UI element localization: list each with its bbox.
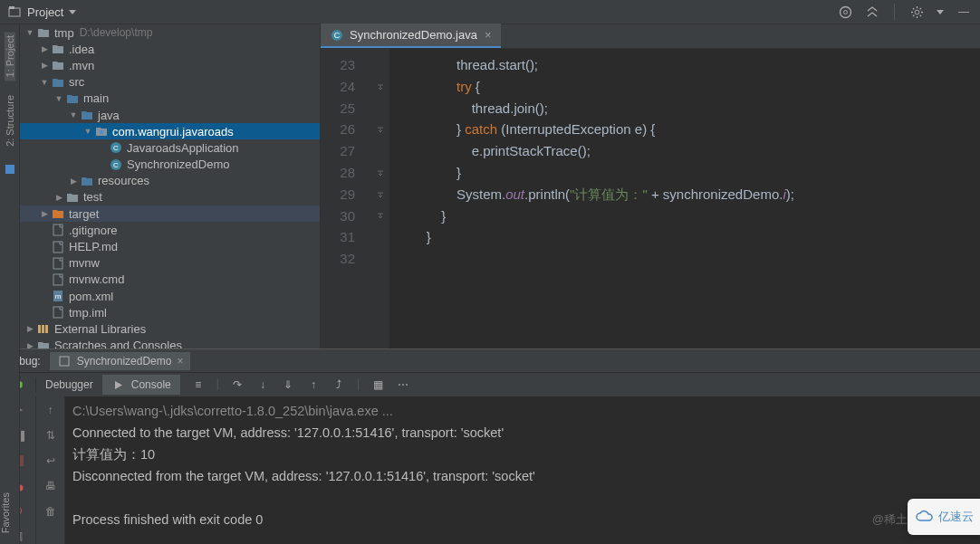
tree-item[interactable]: ▶ .mvn xyxy=(20,57,320,73)
evaluate-icon[interactable]: ▦ xyxy=(370,377,385,392)
threads-icon[interactable]: ≡ xyxy=(191,377,206,392)
tree-item[interactable]: ▼ main xyxy=(20,91,320,107)
up-icon[interactable]: ↑ xyxy=(43,402,59,418)
svg-rect-13 xyxy=(53,274,62,285)
tab-label: SynchronizedDemo.java xyxy=(350,28,477,42)
cloud-icon xyxy=(915,509,935,525)
svg-rect-1 xyxy=(9,6,14,9)
watermark: @稀土 xyxy=(872,511,908,528)
tree-item[interactable]: C JavaroadsApplication xyxy=(20,139,320,156)
svg-point-5 xyxy=(100,130,104,135)
project-toolbar: Project — xyxy=(0,0,980,24)
target-icon[interactable] xyxy=(838,5,852,19)
console-play-icon xyxy=(111,377,126,392)
tree-item[interactable]: ▶ External Libraries xyxy=(20,320,320,337)
divider xyxy=(894,4,895,20)
gutter-icons xyxy=(371,49,389,348)
svg-text:C: C xyxy=(113,144,119,152)
run-config-label: SynchronizedDemo xyxy=(77,355,172,367)
svg-rect-16 xyxy=(53,307,62,318)
collapse-icon[interactable] xyxy=(865,5,879,19)
debug-step-icons: ≡ | ↷ ↓ ⇓ ↑ ⤴ | ▦ ⋯ xyxy=(191,377,410,392)
step-into-icon[interactable]: ↓ xyxy=(255,377,270,392)
svg-text:C: C xyxy=(113,161,119,169)
svg-rect-10 xyxy=(53,224,62,235)
console-tab[interactable]: Console xyxy=(102,375,180,395)
console-output[interactable]: C:\Users\wang-\.jdks\corretto-1.8.0_252\… xyxy=(65,396,980,544)
tree-item[interactable]: .gitignore xyxy=(20,222,320,238)
svg-rect-22 xyxy=(60,357,69,366)
svg-rect-17 xyxy=(38,325,41,333)
trace-icon[interactable]: ⋯ xyxy=(396,377,410,392)
svg-rect-12 xyxy=(53,258,62,269)
tool-tab-project[interactable]: 1: Project xyxy=(5,32,15,81)
editor-tabs: C SynchronizedDemo.java × xyxy=(321,24,980,49)
project-view-dropdown[interactable]: Project xyxy=(0,0,83,24)
tree-item[interactable]: ▼ com.wangrui.javaroads xyxy=(20,123,320,139)
tree-item[interactable]: ▼ src xyxy=(20,74,320,91)
line-gutter: 23242526272829303132 xyxy=(321,49,371,348)
console-side-rail: ↑ ⇅ ↩ 🖶 🗑 xyxy=(36,396,65,544)
tree-item[interactable]: HELP.md xyxy=(20,238,320,254)
svg-rect-18 xyxy=(42,325,44,333)
svg-point-3 xyxy=(843,10,847,14)
trash-icon[interactable]: 🗑 xyxy=(43,503,59,520)
debug-run-config[interactable]: SynchronizedDemo × xyxy=(50,352,191,370)
logo-badge: 亿速云 xyxy=(908,499,980,535)
soft-wrap-icon[interactable]: ↩ xyxy=(43,453,59,469)
tool-tab-structure[interactable]: 2: Structure xyxy=(5,91,15,150)
svg-point-4 xyxy=(915,10,919,14)
print-icon[interactable]: 🖶 xyxy=(43,478,59,494)
chevron-down-icon xyxy=(937,10,944,14)
tree-item[interactable]: ▶ test xyxy=(20,189,320,205)
debug-header: Debug: SynchronizedDemo × xyxy=(0,348,980,372)
tree-item[interactable]: ▶ target xyxy=(20,205,320,222)
tree-item[interactable]: m pom.xml xyxy=(20,288,320,304)
svg-rect-11 xyxy=(53,242,62,253)
rail-marker-icon xyxy=(5,165,14,174)
project-tree[interactable]: ▼ tmpD:\develop\tmp ▶ .idea ▶ .mvn ▼ src… xyxy=(20,24,321,348)
hide-icon[interactable]: — xyxy=(956,5,971,19)
step-out-icon[interactable]: ↑ xyxy=(306,377,321,392)
drop-frame-icon[interactable]: ⤴ xyxy=(331,377,346,392)
svg-text:C: C xyxy=(334,31,341,40)
project-icon xyxy=(7,5,22,19)
project-label: Project xyxy=(27,5,63,19)
run-config-icon xyxy=(57,354,72,368)
down-stack-icon[interactable]: ⇅ xyxy=(43,427,59,444)
code-area[interactable]: 23242526272829303132 thread.start(); try… xyxy=(321,49,980,348)
tree-item[interactable]: mvnw xyxy=(20,255,320,272)
java-file-icon: C xyxy=(330,28,344,43)
svg-marker-23 xyxy=(115,381,122,389)
favorites-rail: Favorites xyxy=(0,348,20,544)
console-panel: ❚❚ ⊘ ▥ ↑ ⇅ ↩ 🖶 🗑 C:\Users\wang-\.jdks\co… xyxy=(0,396,980,544)
chevron-down-icon xyxy=(69,10,76,14)
tree-item[interactable]: C SynchronizedDemo xyxy=(20,157,320,173)
tree-item[interactable]: ▶ .idea xyxy=(20,41,320,57)
debugger-tab[interactable]: Debugger xyxy=(36,376,102,394)
tree-item[interactable]: tmp.iml xyxy=(20,304,320,320)
svg-rect-19 xyxy=(45,325,48,333)
debug-toolbar: ⬢ Debugger Console ≡ | ↷ ↓ ⇓ ↑ ⤴ | ▦ ⋯ xyxy=(0,372,980,396)
close-icon[interactable]: × xyxy=(177,355,183,367)
gear-icon[interactable] xyxy=(909,5,924,19)
editor-tab[interactable]: C SynchronizedDemo.java × xyxy=(321,24,501,48)
step-over-icon[interactable]: ↷ xyxy=(230,377,245,392)
tree-item[interactable]: ▶ Scratches and Consoles xyxy=(20,338,320,348)
left-tool-rail: 1: Project 2: Structure xyxy=(0,24,20,348)
force-step-icon[interactable]: ⇓ xyxy=(281,377,295,392)
tree-item[interactable]: ▼ java xyxy=(20,107,320,123)
svg-point-2 xyxy=(840,6,850,17)
close-icon[interactable]: × xyxy=(485,28,492,42)
code-text[interactable]: thread.start(); try { thread.join(); } c… xyxy=(389,49,980,348)
svg-text:m: m xyxy=(55,292,62,301)
tree-root[interactable]: ▼ tmpD:\develop\tmp xyxy=(20,24,320,41)
editor-pane: C SynchronizedDemo.java × 23242526272829… xyxy=(321,24,980,348)
tool-tab-favorites[interactable]: Favorites xyxy=(0,489,11,537)
svg-rect-0 xyxy=(9,8,20,16)
tree-item[interactable]: ▶ resources xyxy=(20,173,320,189)
tree-item[interactable]: mvnw.cmd xyxy=(20,272,320,288)
